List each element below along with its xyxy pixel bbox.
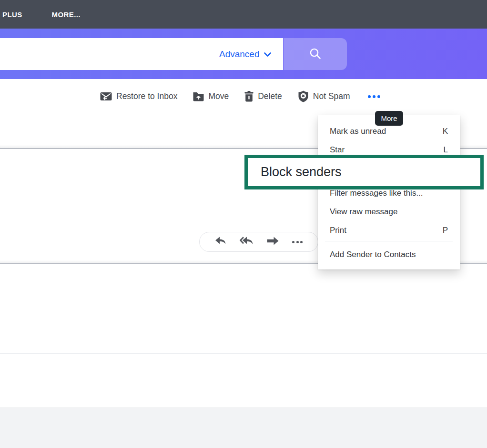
- advanced-search-toggle[interactable]: Advanced: [219, 38, 271, 70]
- footer-strip: [0, 408, 487, 448]
- more-dots-icon: [292, 241, 303, 243]
- forward-icon: [267, 237, 279, 247]
- chevron-down-icon: [264, 49, 271, 60]
- search-button[interactable]: [284, 38, 347, 70]
- menu-item-print[interactable]: Print P: [330, 221, 448, 239]
- delete-label: Delete: [258, 91, 282, 101]
- menu-item-label: Add Sender to Contacts: [330, 250, 416, 259]
- not-spam-button[interactable]: Not Spam: [298, 90, 350, 102]
- message-actions-pill: [199, 232, 318, 252]
- more-dropdown-menu: Mark as unread K Star L Block senders Fi…: [318, 115, 460, 269]
- reply-all-icon: [240, 236, 254, 248]
- nav-item-plus[interactable]: PLUS: [2, 10, 22, 19]
- reply-all-button[interactable]: [240, 236, 254, 248]
- menu-item-view-raw-message[interactable]: View raw message: [330, 202, 448, 221]
- restore-inbox-icon: [100, 91, 112, 101]
- menu-item-shortcut: L: [444, 145, 448, 155]
- not-spam-label: Not Spam: [313, 91, 350, 101]
- block-senders-highlight-label: Block senders: [261, 165, 342, 179]
- toolbar-more-button[interactable]: [366, 92, 382, 101]
- trash-icon: [244, 91, 254, 102]
- menu-divider: [325, 241, 453, 241]
- more-tooltip: More: [375, 111, 403, 126]
- menu-item-label: Mark as unread: [330, 127, 386, 136]
- advanced-label: Advanced: [219, 49, 260, 60]
- menu-item-label: Filter messages like this...: [330, 189, 423, 198]
- menu-item-label: View raw message: [330, 207, 397, 217]
- menu-item-label: Star: [330, 145, 345, 155]
- menu-item-add-sender-to-contacts[interactable]: Add Sender to Contacts: [330, 245, 448, 264]
- restore-to-inbox-button[interactable]: Restore to Inbox: [100, 91, 177, 101]
- pill-more-button[interactable]: [292, 241, 303, 243]
- tooltip-label: More: [381, 114, 397, 122]
- reply-icon: [215, 236, 226, 248]
- top-navigation-bar: PLUS MORE...: [0, 0, 487, 29]
- delete-button[interactable]: Delete: [244, 91, 282, 102]
- block-senders-highlight-box[interactable]: Block senders: [244, 155, 484, 189]
- search-icon: [309, 47, 322, 61]
- nav-item-more[interactable]: MORE...: [52, 10, 81, 19]
- message-toolbar: Restore to Inbox Move Delete: [0, 79, 487, 114]
- forward-button[interactable]: [267, 237, 279, 247]
- move-folder-icon: [193, 91, 204, 101]
- search-band: Advanced: [0, 29, 487, 79]
- menu-item-label: Print: [330, 226, 346, 235]
- more-dots-icon: [368, 95, 371, 98]
- move-label: Move: [208, 91, 229, 101]
- restore-to-inbox-label: Restore to Inbox: [116, 91, 177, 101]
- menu-item-shortcut: K: [443, 127, 448, 136]
- move-button[interactable]: Move: [193, 91, 229, 101]
- shield-x-icon: [298, 90, 309, 102]
- menu-item-shortcut: P: [443, 226, 448, 235]
- reply-button[interactable]: [215, 236, 226, 248]
- content-divider: [0, 353, 487, 354]
